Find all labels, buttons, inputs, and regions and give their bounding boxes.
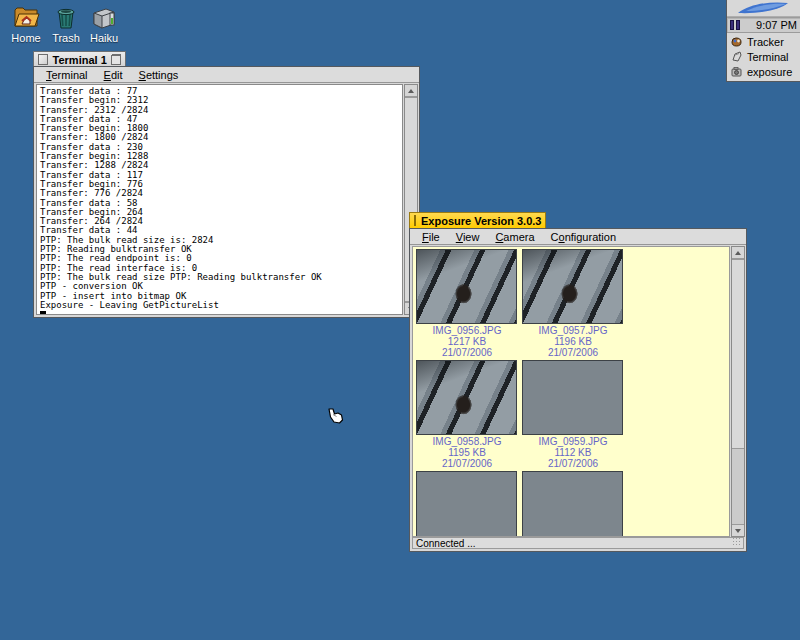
exposure-menubar: File View Camera Configuration	[410, 229, 746, 245]
photo-filename: IMG_0958.JPG	[416, 436, 518, 447]
photo-date: 21/07/2006	[522, 458, 624, 469]
deskbar-tray[interactable]: 9:07 PM	[727, 17, 800, 33]
haiku-disk-icon	[90, 4, 118, 31]
arrow-down-icon	[735, 529, 741, 533]
deskbar-item-tracker[interactable]: Tracker	[727, 34, 800, 49]
photo-grid-scrollbar[interactable]	[731, 246, 745, 537]
photo-thumbnail[interactable]	[522, 360, 623, 435]
desktop-icon-haiku[interactable]: Haiku	[82, 4, 126, 44]
photo-item[interactable]: IMG_0960.JPG 1072 KB 21/07/2006	[416, 471, 518, 537]
scroll-up-button[interactable]	[732, 247, 744, 259]
scroll-down-button[interactable]	[732, 524, 744, 536]
menu-item[interactable]: Settings	[131, 69, 187, 81]
photo-item[interactable]: IMG_0956.JPG 1217 KB 21/07/2006	[416, 249, 518, 359]
haiku-leaf-icon	[736, 1, 792, 15]
deskbar-item-label: Terminal	[747, 51, 789, 63]
photo-date: 21/07/2006	[522, 347, 624, 358]
photo-grid: IMG_0956.JPG 1217 KB 21/07/2006 IMG_0957…	[412, 246, 730, 537]
home-folder-icon	[12, 4, 40, 31]
photo-date: 21/07/2006	[416, 347, 518, 358]
status-text: Connected ...	[416, 538, 475, 549]
deskbar-item-terminal[interactable]: Terminal	[727, 49, 800, 64]
deskbar-item-exposure[interactable]: exposure	[727, 64, 800, 79]
tray-applet-icon[interactable]	[730, 20, 740, 30]
close-button[interactable]	[414, 215, 416, 226]
terminal-window-title: Terminal 1	[53, 54, 107, 66]
terminal-log-text: Transfer data : 77 Transfer begin: 2312 …	[40, 87, 402, 310]
menu-item[interactable]: Edit	[96, 69, 131, 81]
photo-size: 1112 KB	[522, 447, 624, 458]
photo-filename: IMG_0959.JPG	[522, 436, 624, 447]
menu-item[interactable]: File	[414, 231, 448, 243]
desktop-icon-label: Home	[4, 32, 48, 44]
status-bar: Connected ...	[412, 537, 744, 549]
photo-date: 21/07/2006	[416, 458, 518, 469]
exposure-window-tab[interactable]: Exposure Version 3.0.3	[409, 212, 546, 228]
photo-item[interactable]: IMG_0957.JPG 1196 KB 21/07/2006	[522, 249, 624, 359]
photo-thumbnail[interactable]	[522, 249, 623, 324]
photo-filename: IMG_0957.JPG	[522, 325, 624, 336]
scrollbar-thumb[interactable]	[732, 259, 744, 449]
deskbar: 9:07 PM Tracker Terminal	[726, 0, 800, 82]
exposure-window-title: Exposure Version 3.0.3	[421, 215, 541, 227]
terminal-cursor	[40, 311, 46, 315]
desktop-icon-label: Haiku	[82, 32, 126, 44]
haiku-desktop: Home Trash Haiku 9:07 PM	[0, 0, 800, 640]
menu-item[interactable]: Terminal	[38, 69, 96, 81]
arrow-up-icon	[408, 89, 414, 93]
photo-thumbnail[interactable]	[416, 471, 517, 537]
deskbar-menu[interactable]	[727, 0, 800, 17]
menu-item[interactable]: View	[448, 231, 488, 243]
photo-item[interactable]: IMG_0958.JPG 1195 KB 21/07/2006	[416, 360, 518, 470]
photo-size: 1217 KB	[416, 336, 518, 347]
deskbar-window-list: Tracker Terminal exposure	[727, 33, 800, 81]
scroll-up-button[interactable]	[405, 85, 417, 97]
deskbar-item-label: exposure	[747, 66, 792, 78]
close-button[interactable]	[38, 54, 48, 65]
terminal-menubar: Terminal Edit Settings	[34, 67, 419, 83]
resize-grip[interactable]	[732, 537, 742, 547]
photo-thumbnail[interactable]	[416, 249, 517, 324]
photo-filename: IMG_0956.JPG	[416, 325, 518, 336]
photo-thumbnail[interactable]	[522, 471, 623, 537]
photo-item[interactable]: IMG_0959.JPG 1112 KB 21/07/2006	[522, 360, 624, 470]
deskbar-item-label: Tracker	[747, 36, 784, 48]
photo-item[interactable]: IMG_0961.JPG 1080 KB 21/07/2006	[522, 471, 624, 537]
terminal-window: Terminal Edit Settings Transfer data : 7…	[33, 66, 420, 318]
terminal-window-tab[interactable]: Terminal 1	[33, 51, 126, 67]
trash-icon	[52, 4, 80, 31]
menu-item[interactable]: Configuration	[543, 231, 624, 243]
zoom-button[interactable]	[112, 54, 121, 65]
menu-item[interactable]: Camera	[487, 231, 542, 243]
photo-size: 1195 KB	[416, 447, 518, 458]
exposure-window: File View Camera Configuration IMG_0956.…	[409, 228, 747, 552]
deskbar-clock[interactable]: 9:07 PM	[756, 19, 797, 31]
tracker-icon	[730, 35, 743, 48]
hand-cursor	[326, 407, 346, 427]
terminal-icon	[730, 50, 743, 63]
exposure-app-icon	[730, 65, 743, 78]
photo-thumbnail[interactable]	[416, 360, 517, 435]
photo-size: 1196 KB	[522, 336, 624, 347]
terminal-output[interactable]: Transfer data : 77 Transfer begin: 2312 …	[36, 84, 403, 315]
arrow-up-icon	[735, 251, 741, 255]
desktop-icon-home[interactable]: Home	[4, 4, 48, 44]
